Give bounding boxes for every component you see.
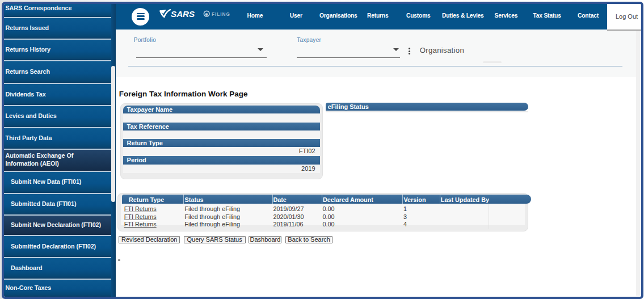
svg-text:e: e (205, 11, 208, 17)
svg-text:SARS: SARS (171, 9, 195, 19)
svg-text:FILING: FILING (212, 12, 230, 17)
